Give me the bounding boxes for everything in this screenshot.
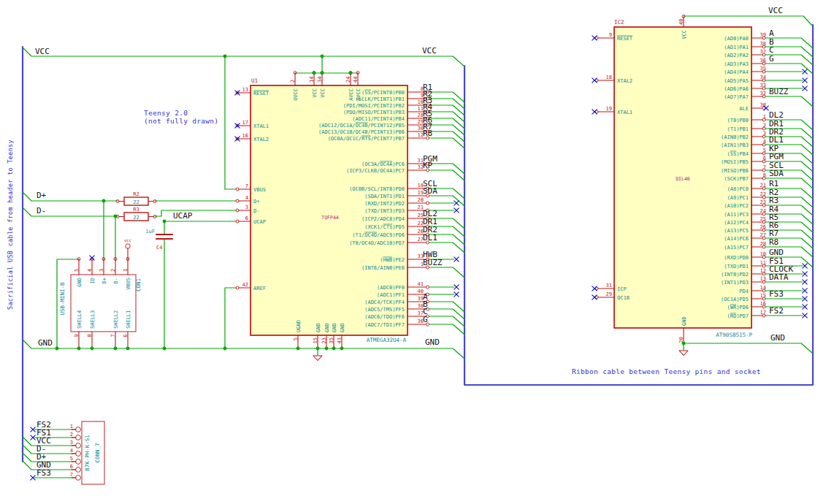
wire[interactable] (429, 316, 464, 327)
pin-end (76, 451, 81, 457)
junction-dot (297, 347, 300, 351)
pin-number: 4 (70, 448, 73, 454)
pin-name: (A15)PC7 (724, 245, 749, 251)
pin-name: (INT6/AIN0)PE6 (362, 265, 405, 271)
pin-name: (ADC11/PCINT4)PB4 (352, 116, 405, 122)
net-label-sda[interactable]: SDA (769, 169, 784, 178)
schematic-canvas: U1ATMEGA32U4-ATQFP4413RESET17XTAL116XTAL… (0, 0, 826, 504)
junction-dot (682, 342, 686, 345)
wire[interactable] (765, 96, 813, 107)
pin-name: (TXD/INT3)PD3 (364, 208, 405, 214)
wire[interactable] (429, 92, 464, 102)
pin-name: ICP (617, 286, 627, 292)
ref-conn7: CONN_7 (94, 443, 101, 462)
wire[interactable] (429, 309, 464, 319)
wire[interactable] (429, 125, 464, 135)
wire[interactable] (429, 99, 464, 109)
net-label-gnd[interactable]: GND (38, 338, 53, 348)
pin-name: AVCC (348, 88, 354, 101)
pin-name: (MOSI)PB5 (721, 159, 749, 165)
net-label-fs3[interactable]: FS3 (37, 468, 51, 478)
net-label-r8[interactable]: R8 (423, 129, 432, 138)
net-label-dl1[interactable]: DL1 (423, 233, 437, 243)
net-label-gnd[interactable]: GND (770, 333, 785, 343)
pin-name: ID (90, 278, 96, 283)
junction-dot (126, 347, 130, 351)
footprint-ic2: DIL40 (676, 176, 690, 182)
pin-number: 7 (110, 335, 116, 337)
pin-number: 24 (760, 208, 766, 214)
net-label-fs3[interactable]: FS3 (769, 289, 784, 299)
pin-number: 39 (760, 32, 766, 38)
pin-name: (AD7)PA7 (724, 94, 749, 100)
wire[interactable] (23, 445, 76, 454)
wire[interactable] (155, 210, 236, 216)
pin-name: (AD6)PA6 (724, 86, 749, 92)
net-label-g[interactable]: G (423, 315, 428, 324)
net-label-data[interactable]: DATA (769, 272, 789, 282)
wire[interactable] (429, 196, 464, 206)
net-label-ucap[interactable]: UCAP (173, 211, 193, 221)
net-label-d+[interactable]: D+ (37, 191, 47, 200)
wire[interactable] (429, 105, 464, 115)
wire[interactable] (429, 131, 464, 142)
wire[interactable] (684, 16, 813, 26)
junction-dot (223, 347, 227, 351)
net-label-vcc[interactable]: VCC (768, 6, 783, 15)
pin-name: (ADC6/TDO)PF6 (364, 314, 405, 320)
ref-c4: C4 (156, 245, 162, 251)
pin-number: 8 (87, 335, 93, 337)
pin-end (236, 209, 239, 212)
pin-name: D- (253, 208, 259, 214)
net-label-fs2[interactable]: FS2 (769, 306, 784, 316)
wire[interactable] (429, 267, 464, 278)
wire[interactable] (225, 288, 236, 348)
net-label-sda[interactable]: SDA (423, 186, 437, 196)
ref-ic2: IC2 (614, 19, 624, 26)
net-label-vcc[interactable]: VCC (35, 47, 50, 56)
pin-name: ALE (739, 106, 749, 112)
wire[interactable] (429, 324, 464, 335)
pin-number: 44 (353, 77, 359, 83)
wire[interactable] (429, 138, 464, 148)
pin-name: (RD)PD7 (727, 313, 749, 319)
pin-number: 5 (74, 269, 80, 272)
pin-number: 13 (242, 87, 248, 93)
net-label-buzz[interactable]: BUZZ (769, 87, 789, 96)
wire[interactable] (23, 47, 464, 66)
wire[interactable] (684, 343, 813, 354)
net-label-vcc[interactable]: VCC (422, 46, 437, 56)
pin-name: (RXD)PD0 (724, 255, 749, 261)
wire[interactable] (429, 164, 464, 174)
pin-end (427, 286, 429, 289)
pin-number: 3 (763, 131, 766, 137)
pin-name: (OC0A/OC1C/RTS/PCINT7)PB7 (328, 136, 405, 142)
pin-name: (TXD)PD1 (724, 264, 749, 270)
value-u1: ATMEGA32U4-A (367, 337, 407, 343)
net-label-r8[interactable]: R8 (769, 237, 779, 247)
pin-number: 17 (242, 120, 248, 126)
pin-name: UCAP (253, 219, 266, 225)
pin-name: (A12)PC4 (724, 220, 749, 226)
wire[interactable] (225, 56, 236, 189)
wire[interactable] (164, 221, 236, 234)
net-label-buzz[interactable]: BUZZ (423, 258, 443, 267)
vcc-power-label: vcc (124, 238, 131, 243)
net-label-g[interactable]: G (769, 54, 774, 64)
pin-name: AREF (253, 286, 266, 291)
wire[interactable] (429, 112, 464, 122)
pin-name: (AD5)PA5 (724, 78, 749, 84)
net-label-kp[interactable]: KP (423, 161, 433, 170)
pin-number: 2 (70, 432, 73, 438)
pin-number: 10 (760, 251, 766, 257)
net-label-gnd[interactable]: GND (425, 337, 440, 347)
junction-dot (163, 220, 167, 224)
pin-name: (A9)PC1 (727, 195, 749, 201)
pin-number: 5 (293, 337, 299, 340)
wire[interactable] (429, 302, 464, 312)
net-label-d-[interactable]: D- (37, 206, 46, 215)
wire[interactable] (429, 118, 464, 129)
junction-dot (313, 72, 316, 75)
pin-name: UGND (296, 320, 302, 332)
pin-number: 35 (329, 337, 334, 343)
